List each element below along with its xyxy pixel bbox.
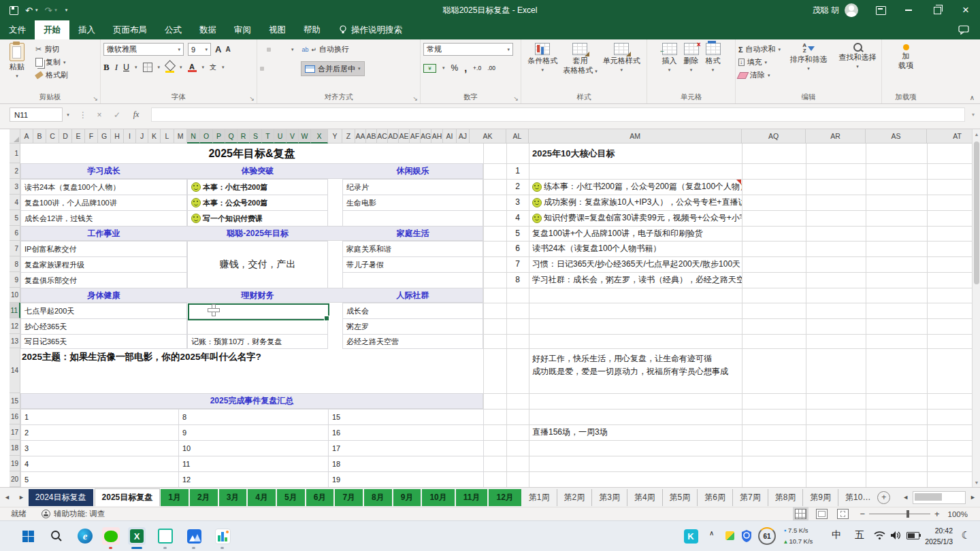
copy-button[interactable]: 复制▾	[35, 56, 68, 69]
column-header-R[interactable]: R	[238, 129, 250, 144]
core-goals-title[interactable]: 2025年10大核心目标	[529, 144, 742, 163]
zoom-in-icon[interactable]: +	[934, 509, 940, 519]
summary-cell[interactable]: 10	[178, 440, 329, 456]
column-header-AH[interactable]: AH	[431, 129, 443, 144]
grid-cell[interactable]: 生命电影	[342, 195, 483, 211]
summary-cell[interactable]: 5	[20, 471, 179, 487]
sheet-nav-left-icon[interactable]: ◄	[0, 494, 14, 501]
column-header-H[interactable]: H	[111, 129, 124, 144]
fill-button[interactable]: ↓填充▾	[738, 56, 781, 69]
column-header-AD[interactable]: AD	[388, 129, 399, 144]
summary-cell[interactable]: 4	[20, 456, 179, 472]
sheet-tab-15[interactable]: 第1周	[522, 489, 557, 506]
underline-button[interactable]: U	[123, 63, 129, 72]
save-icon[interactable]	[10, 6, 18, 15]
page-layout-view-icon[interactable]	[816, 509, 828, 519]
column-header-I[interactable]: I	[124, 129, 136, 144]
decrease-indent-icon[interactable]	[283, 67, 287, 71]
hscroll-right-icon[interactable]: ►	[966, 494, 980, 501]
summary-title[interactable]: 2025完成事件复盘汇总	[20, 393, 483, 409]
grid-cell[interactable]: 写日记365天	[20, 334, 187, 349]
column-header-W[interactable]: W	[299, 129, 311, 144]
tell-me-search[interactable]: 操作说明搜索	[339, 20, 402, 39]
column-header-E[interactable]: E	[72, 129, 85, 144]
menu-tab-2[interactable]: 开始	[35, 20, 69, 39]
live-note-cell[interactable]: 直播156场，一周3场	[529, 424, 742, 440]
grid-cell[interactable]: 写一个知识付费课	[187, 210, 328, 227]
find-select-button[interactable]: 查找和选择▾	[836, 43, 879, 82]
column-header-K[interactable]: K	[148, 129, 161, 144]
summary-cell[interactable]: 12	[178, 471, 329, 487]
wifi-button[interactable]	[872, 529, 886, 542]
zoom-slider[interactable]	[869, 514, 930, 514]
decrease-font-icon[interactable]: A	[225, 46, 230, 53]
category-header[interactable]: 学习成长	[20, 163, 187, 179]
grid-cell[interactable]: 本事：小红书200篇	[187, 179, 328, 195]
goal-number-cell[interactable]: 2	[506, 179, 529, 195]
goal-text-cell[interactable]: 复盘100讲+个人品牌100讲，电子版和印刷验货	[529, 226, 742, 241]
goal-text-cell[interactable]: 读书24本（读复盘100个人物书籍）	[529, 241, 742, 256]
menu-tab-1[interactable]: 文件	[0, 20, 35, 39]
goal-number-cell[interactable]: 1	[506, 163, 529, 179]
sheet-title-cell[interactable]: 2025年目标&复盘	[20, 144, 483, 163]
row-header-19[interactable]: 19	[10, 456, 20, 471]
name-box-caret-icon[interactable]: ▾	[63, 107, 74, 122]
column-header-A[interactable]: A	[20, 129, 33, 144]
paste-button[interactable]: 粘贴▾	[3, 43, 31, 80]
menu-tab-4[interactable]: 页面布局	[104, 20, 156, 39]
new-sheet-button[interactable]: +	[877, 491, 890, 504]
column-header-AK[interactable]: AK	[470, 129, 506, 144]
column-header-Q[interactable]: Q	[225, 129, 238, 144]
sheet-tab-9[interactable]: 7月	[335, 489, 363, 506]
column-header-T[interactable]: T	[262, 129, 274, 144]
goal-text-cell[interactable]: 习惯：日记365天/抄心经365天/七点早起200天/散步100天	[529, 256, 742, 272]
grid-cell[interactable]: 本事：公众号200篇	[187, 195, 328, 211]
category-header[interactable]: 休闲娱乐	[342, 163, 483, 179]
goal-number-cell[interactable]: 7	[506, 256, 529, 272]
column-header-AL[interactable]: AL	[506, 129, 529, 144]
format-painter-button[interactable]: 格式刷	[35, 69, 68, 82]
column-header-X[interactable]: X	[311, 129, 328, 144]
fill-color-button[interactable]	[165, 62, 174, 73]
goal-number-cell[interactable]: 3	[506, 195, 529, 210]
grid-cell[interactable]: 成长会	[342, 303, 483, 319]
summary-cell[interactable]: 1	[20, 409, 179, 425]
column-header-F[interactable]: F	[85, 129, 98, 144]
accessibility-status[interactable]: 辅助功能: 调查	[54, 509, 105, 519]
format-as-table-button[interactable]: 套用表格格式 ▾	[563, 43, 598, 93]
docs-app-button[interactable]	[185, 527, 203, 545]
row-header-17[interactable]: 17	[10, 424, 20, 440]
category-header[interactable]: 工作事业	[20, 226, 187, 241]
grid-cell[interactable]: 复盘100讲，个人品牌100讲	[20, 195, 187, 211]
orientation-icon[interactable]	[284, 48, 289, 52]
vscroll-up-icon[interactable]: ▲	[973, 129, 980, 139]
ribbon-display-options-icon[interactable]	[876, 6, 886, 15]
formula-input[interactable]	[151, 107, 965, 122]
sheet-tab-4[interactable]: 2月	[190, 489, 218, 506]
grid-cell[interactable]: 带儿子暑假	[342, 256, 483, 273]
row-header-9[interactable]: 9	[10, 272, 20, 288]
tray-misc-icon[interactable]	[725, 531, 734, 540]
format-cells-button[interactable]: 格式▾	[706, 43, 721, 93]
category-header[interactable]: 理财财务	[187, 288, 328, 303]
column-header-AS[interactable]: AS	[866, 129, 927, 144]
row-header-6[interactable]: 6	[10, 226, 20, 241]
menu-tab-7[interactable]: 审阅	[225, 20, 260, 39]
column-header-AJ[interactable]: AJ	[457, 129, 470, 144]
column-header-J[interactable]: J	[136, 129, 148, 144]
increase-decimal-icon[interactable]: +.0	[473, 65, 481, 71]
horizontal-scrollbar[interactable]: ◄ ►	[898, 488, 980, 507]
security-shield-button[interactable]	[738, 527, 755, 545]
goal-text-cell[interactable]	[529, 163, 742, 179]
minimize-button[interactable]	[894, 0, 923, 20]
column-header-G[interactable]: G	[98, 129, 111, 144]
merged-goal-cell[interactable]: 赚钱，交付，产出	[187, 241, 328, 288]
cut-button[interactable]: ✂剪切	[35, 43, 68, 56]
vscroll-thumb[interactable]	[974, 141, 979, 284]
clipboard-dialog-launcher-icon[interactable]: ↘	[93, 95, 98, 102]
collapse-ribbon-icon[interactable]: ∧	[970, 94, 975, 101]
summary-cell[interactable]: 18	[328, 456, 484, 472]
tray-app-button[interactable]: K	[682, 527, 700, 545]
wrap-text-button[interactable]: ab↵自动换行	[302, 43, 350, 56]
row-header-15[interactable]: 15	[10, 393, 20, 409]
